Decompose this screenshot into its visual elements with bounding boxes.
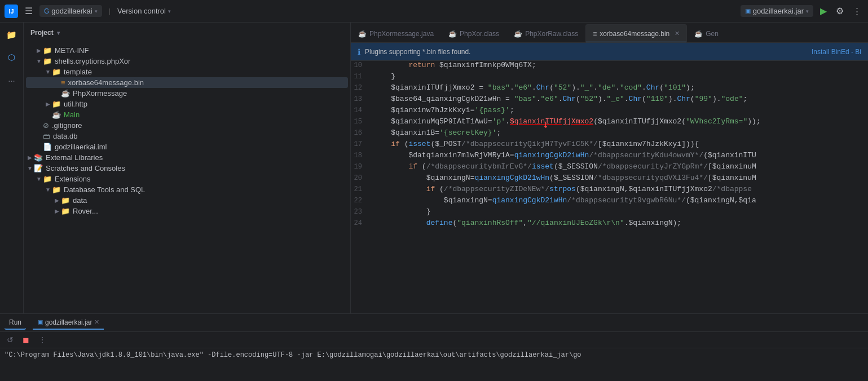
structure-icon[interactable]: ⬡: [4, 50, 20, 65]
project-panel-header[interactable]: Project ▾: [24, 23, 350, 43]
folder-icon: 📁: [52, 68, 61, 76]
project-selector[interactable]: G godzillaerkai ▾: [39, 5, 102, 17]
bottom-panel: Run ▣ godzillaerkai.jar ✕ ↺ ◼ ⋮ "C:\Prog…: [0, 313, 868, 381]
top-bar-right: ▣ godzillaerkai.jar ▾ ▶ ⚙ ⋮: [741, 3, 863, 19]
chevron-down-icon: ▼: [26, 165, 34, 171]
tree-item-external-libraries[interactable]: ▶ 📚 External Libraries: [26, 152, 348, 163]
code-line-18: 18 $datqianxin7mlwRjVMRy1A=qianxingCgkD2…: [351, 151, 868, 162]
top-bar: IJ ☰ G godzillaerkai ▾ | Version control…: [0, 0, 868, 23]
settings-button[interactable]: ⚙: [834, 3, 846, 19]
code-line-22: 22 $qianxingN=qianxingCgkD21wHn/*dbappse…: [351, 196, 868, 207]
vcs-menu[interactable]: Version control ▾: [117, 7, 171, 15]
install-link[interactable]: Install BinEd - Bi: [812, 48, 861, 56]
more-options-button[interactable]: ⋮: [851, 4, 863, 19]
tab-phpxorraw[interactable]: ☕ PhpXorRaw.class: [506, 24, 585, 42]
chevron-down-icon: ▼: [44, 187, 52, 193]
code-line-16: 16 $qianxin1B='{secretKey}';: [351, 129, 868, 140]
separator: |: [109, 7, 111, 15]
close-jar-tab-icon[interactable]: ✕: [94, 318, 99, 326]
bottom-output: "C:\Program Files\Java\jdk1.8.0_101\bin\…: [0, 348, 868, 381]
chevron-down-icon: ▼: [35, 58, 43, 64]
db-file-icon: 🗃: [43, 132, 50, 140]
left-sidebar-icons: 📁 ⬡ ···: [0, 23, 24, 313]
jar-selector[interactable]: ▣ godzillaerkai.jar ▾: [741, 5, 813, 17]
tree-item-data-db[interactable]: 🗃 data.db: [26, 131, 348, 141]
app-logo: IJ: [5, 5, 18, 18]
notification-bar: ℹ Plugins supporting *.bin files found. …: [351, 43, 868, 61]
code-editor[interactable]: 10 return $qianxinfImnkp0WMq6TX; 11 } 12…: [351, 61, 868, 313]
java-file-icon: ☕: [61, 89, 70, 98]
file-tree-panel: Project ▾ ▶ 📁 META-INF ▼ 📁 shells.crypti…: [24, 23, 351, 313]
chevron-right-icon: ▶: [53, 197, 61, 203]
chevron-right-icon: ▶: [35, 47, 43, 54]
folder-icon: 📁: [43, 175, 52, 183]
code-line-20: 20 $qianxingN=qianxingCgkD21wHn($_SESSIO…: [351, 174, 868, 185]
chevron-right-icon: ▶: [26, 154, 34, 161]
tree-item-template[interactable]: ▼ 📁 template: [26, 67, 348, 77]
gitignore-icon: ⊘: [43, 121, 49, 130]
notification-text: Plugins supporting *.bin files found.: [365, 48, 470, 56]
code-line-15: 15 $qianxinuMq5P9IAtT1AwU='p'.$qianxinIT…: [351, 117, 868, 129]
code-line-17: 17 if (isset($_POST/*dbappsecurityQikjH7…: [351, 140, 868, 151]
folder-icon: 📁: [43, 57, 52, 65]
tab-phpxormessage[interactable]: ☕ PhpXormessage.java: [351, 24, 441, 42]
tree-item-main[interactable]: ☕ Main: [26, 109, 348, 120]
tree-item-meta-inf[interactable]: ▶ 📁 META-INF: [26, 45, 348, 56]
tree-item-iml[interactable]: 📄 godzillaerkai.iml: [26, 141, 348, 152]
editor-area: ☕ PhpXormessage.java ☕ PhpXor.class ☕ Ph…: [351, 23, 868, 313]
run-button[interactable]: ▶: [818, 3, 829, 19]
main-file-icon: ☕: [52, 110, 61, 119]
tree-item-phpxormessage[interactable]: ☕ PhpXormessage: [26, 88, 348, 99]
ellipsis-icon[interactable]: ···: [4, 72, 20, 88]
library-icon: 📚: [34, 153, 43, 162]
folder-icon: 📁: [61, 196, 70, 205]
file-tree-content[interactable]: ▶ 📁 META-INF ▼ 📁 shells.cryptions.phpXor…: [24, 43, 350, 313]
bottom-tab-bar: Run ▣ godzillaerkai.jar ✕: [0, 314, 868, 332]
code-line-10: 10 return $qianxinfImnkp0WMq6TX;: [351, 61, 868, 72]
code-line-23: 23 }: [351, 207, 868, 219]
project-chevron: ▾: [57, 30, 60, 36]
project-label: Project: [30, 29, 54, 37]
chevron-right-icon: ▶: [44, 101, 52, 107]
jar-tab[interactable]: ▣ godzillaerkai.jar ✕: [33, 316, 104, 330]
tree-item-xorbase64[interactable]: ≡ xorbase64message.bin: [26, 77, 348, 88]
tree-item-database-tools[interactable]: ▼ 📁 Database Tools and SQL: [26, 184, 348, 195]
class-icon: ☕: [448, 30, 457, 38]
folder-icon[interactable]: 📁: [4, 27, 20, 43]
code-line-24: 24 define("qianxinhRsOff","//qianxinUJEo…: [351, 219, 868, 230]
java-icon: ☕: [694, 30, 703, 38]
more-bottom-options[interactable]: ⋮: [36, 334, 49, 345]
folder-icon: 📁: [52, 100, 61, 108]
tab-gen[interactable]: ☕ Gen: [687, 24, 726, 42]
code-line-11: 11 }: [351, 72, 868, 83]
bottom-toolbar: ↺ ◼ ⋮: [0, 332, 868, 348]
bin-file-icon: ≡: [61, 78, 65, 87]
tree-item-scratches[interactable]: ▼ 📝 Scratches and Consoles: [26, 163, 348, 174]
tab-xorbase64[interactable]: ≡ xorbase64message.bin ✕: [585, 24, 687, 42]
iml-file-icon: 📄: [43, 143, 52, 151]
code-line-21: 21 if (/*dbappsecurityZIDeNEw*/strpos($q…: [351, 185, 868, 196]
tab-bar: ☕ PhpXormessage.java ☕ PhpXor.class ☕ Ph…: [351, 23, 868, 43]
chevron-right-icon: ▶: [53, 208, 61, 214]
chevron-down-icon: ▼: [44, 69, 52, 75]
tree-item-util-http[interactable]: ▶ 📁 util.http: [26, 99, 348, 109]
chevron-down-icon: ▼: [35, 176, 43, 182]
code-line-12: 12 $qianxinITUfjjXmxo2 = "bas"."e6".Chr(…: [351, 83, 868, 95]
hamburger-menu[interactable]: ☰: [23, 3, 35, 19]
main-area: 📁 ⬡ ··· Project ▾ ▶ 📁 META-INF ▼ 📁 shell…: [0, 23, 868, 313]
close-tab-icon[interactable]: ✕: [675, 30, 680, 37]
stop-button[interactable]: ◼: [20, 334, 32, 345]
tree-item-rover[interactable]: ▶ 📁 Rover...: [26, 206, 348, 216]
tab-phpxor[interactable]: ☕ PhpXor.class: [441, 24, 506, 42]
run-tab[interactable]: Run: [5, 316, 26, 330]
restart-button[interactable]: ↺: [5, 334, 16, 345]
tree-item-data-subfolder[interactable]: ▶ 📁 data: [26, 195, 348, 206]
tree-item-gitignore[interactable]: ⊘ .gitignore: [26, 120, 348, 131]
code-line-13: 13 $base64_qianxingCgkD21wHn = "bas"."e6…: [351, 95, 868, 106]
tree-item-extensions[interactable]: ▼ 📁 Extensions: [26, 174, 348, 184]
jar-icon: ▣: [37, 318, 43, 326]
code-line-19: 19 if (/*dbappsecuritybmIrEvG*/isset($_S…: [351, 162, 868, 174]
tree-item-shells[interactable]: ▼ 📁 shells.cryptions.phpXor: [26, 56, 348, 67]
cmd-output: "C:\Program Files\Java\jdk1.8.0_101\bin\…: [5, 351, 581, 359]
class-icon: ☕: [514, 30, 522, 38]
